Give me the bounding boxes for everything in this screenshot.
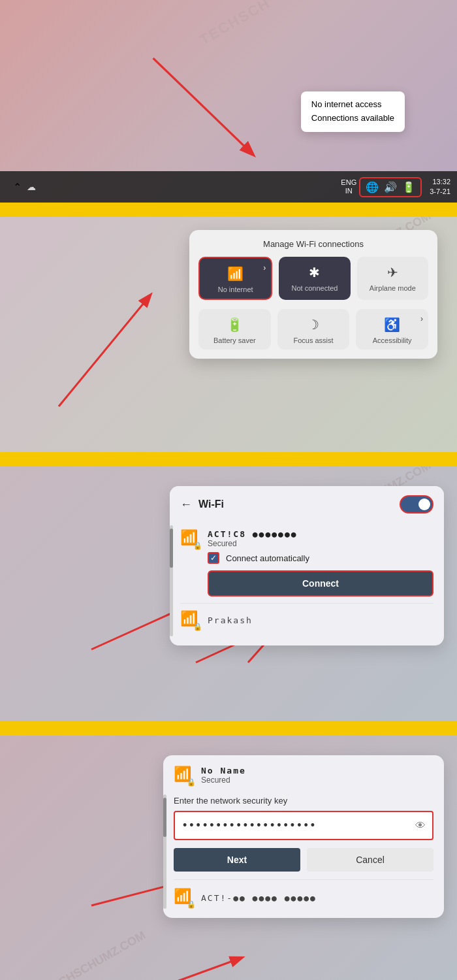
- wifi-back-button[interactable]: ←: [180, 498, 192, 512]
- pwd-wifi2-lock-icon: 🔒: [187, 900, 196, 909]
- bluetooth-btn-label: Not connected: [292, 284, 338, 292]
- section2-quick-settings: TECHSCHUMZ.COM Manage Wi-Fi connections …: [0, 217, 457, 452]
- no-internet-tooltip: No internet access Connections available: [301, 91, 405, 132]
- focus-assist-btn[interactable]: ☽ Focus assist: [277, 309, 350, 350]
- quick-buttons-row2: 🔋 Battery saver ☽ Focus assist ♿ › Acces…: [198, 309, 428, 350]
- pwd-wifi2-icon-wrap: 📶 🔒: [174, 888, 193, 907]
- chevron-right-icon: ›: [263, 263, 266, 272]
- password-panel: 📶 🔒 No Name Secured Enter the network se…: [163, 755, 444, 918]
- pwd-scrollbar[interactable]: [163, 794, 166, 909]
- pwd-buttons: Next Cancel: [174, 848, 433, 872]
- pwd-wifi-item2: 📶 🔒 ACT!-●● ●●●● ●●●●●: [174, 879, 433, 907]
- tooltip-line1: No internet access: [311, 98, 394, 112]
- wifi-network-info-1: ACT!C8 ●●●●●●● Secured ✓ Connect automat…: [208, 529, 433, 596]
- taskbar-time-value: 13:32: [430, 177, 450, 187]
- bluetooth-quick-btn[interactable]: ✱ Not connected: [279, 257, 350, 300]
- accessibility-icon: ♿: [384, 317, 400, 333]
- pwd-wifi-icon-wrap: 📶 🔒: [174, 766, 193, 785]
- yellow-divider-1: [0, 203, 457, 217]
- tooltip-line2: Connections available: [311, 112, 394, 125]
- wifi-network-icon-wrap-2: 📶 🔒: [180, 610, 200, 630]
- pwd-secured-label: Secured: [201, 776, 433, 785]
- taskbar: ⌃ ☁ ENGIN 🌐 🔊 🔋 13:32 3-7-21: [0, 171, 457, 203]
- section3-wifi-panel: TECHSCHUMZ.COM ← Wi-Fi: [0, 466, 457, 721]
- pwd-network-name: No Name: [201, 766, 433, 776]
- wifi-settings-panel: ← Wi-Fi 📶 🔒 ACT!C8 ●●●●●●● Secured ✓: [170, 486, 444, 645]
- wifi-header-left: ← Wi-Fi: [180, 498, 224, 512]
- wifi-network-list: 📶 🔒 ACT!C8 ●●●●●●● Secured ✓ Connect aut…: [170, 523, 444, 645]
- svg-line-6: [170, 958, 242, 980]
- watermark-1: TECHSCH: [197, 0, 274, 48]
- wifi-lock-icon-2: 🔒: [193, 623, 202, 631]
- auto-connect-checkbox[interactable]: ✓: [208, 552, 219, 564]
- wifi-scrollbar-thumb[interactable]: [170, 529, 173, 568]
- battery-saver-btn[interactable]: 🔋 Battery saver: [198, 309, 271, 350]
- wifi-icon: 📶: [227, 266, 244, 282]
- taskbar-left: ⌃ ☁: [13, 181, 36, 193]
- airplane-quick-btn[interactable]: ✈ Airplane mode: [357, 257, 428, 300]
- pwd-wifi2-name: ACT!-●● ●●●● ●●●●●: [201, 893, 317, 903]
- red-arrow-section2: [7, 237, 176, 419]
- network-tray-icon[interactable]: 🌐: [364, 180, 380, 195]
- section4-password-entry: TECHSCHUMZ.COM 📶 🔒 No Name Secur: [0, 736, 457, 980]
- wifi-scrollbar[interactable]: [170, 525, 173, 636]
- volume-tray-icon[interactable]: 🔊: [383, 180, 398, 195]
- wifi-network-item-1: 📶 🔒 ACT!C8 ●●●●●●● Secured ✓ Connect aut…: [180, 523, 433, 604]
- red-arrow-section1: [118, 39, 274, 170]
- svg-line-1: [59, 295, 150, 406]
- bluetooth-icon: ✱: [309, 265, 320, 280]
- wifi-connect-row: ✓ Connect automatically: [208, 552, 433, 564]
- system-tray: 🌐 🔊 🔋: [359, 177, 422, 197]
- wifi-toggle-knob: [418, 498, 430, 510]
- wifi-network-name-1: ACT!C8 ●●●●●●●: [208, 529, 433, 539]
- airplane-btn-label: Airplane mode: [370, 284, 416, 292]
- yellow-divider-3: [0, 721, 457, 736]
- battery-saver-label: Battery saver: [213, 336, 256, 344]
- wifi-panel-header: ← Wi-Fi: [170, 486, 444, 523]
- connect-button[interactable]: Connect: [208, 570, 433, 596]
- wifi-quick-btn[interactable]: 📶 › No internet: [198, 257, 272, 300]
- wifi-panel-title: Wi-Fi: [198, 498, 224, 510]
- auto-connect-label: Connect automatically: [226, 553, 309, 563]
- tray-icons-highlighted[interactable]: 🌐 🔊 🔋: [359, 177, 422, 197]
- accessibility-btn[interactable]: ♿ › Accessibility: [356, 309, 428, 350]
- pwd-network-info: No Name Secured: [201, 766, 433, 785]
- cancel-button[interactable]: Cancel: [307, 848, 433, 872]
- svg-line-0: [153, 58, 253, 154]
- wifi-network-name-2: Prakash: [208, 615, 253, 625]
- pwd-input-wrap: 👁: [174, 811, 433, 840]
- yellow-divider-2: [0, 452, 457, 466]
- wifi-lock-icon-1: 🔒: [193, 542, 202, 550]
- wifi-network-item-2: 📶 🔒 Prakash: [180, 604, 433, 636]
- eye-icon[interactable]: 👁: [415, 820, 426, 832]
- section1-taskbar-area: TECHSCH No internet access Connections a…: [0, 0, 457, 203]
- quick-settings-panel: Manage Wi-Fi connections 📶 › No internet…: [189, 230, 437, 359]
- taskbar-datetime: 13:32 3-7-21: [430, 177, 450, 197]
- accessibility-label: Accessibility: [373, 336, 412, 344]
- wifi-network-status-1: Secured: [208, 539, 433, 548]
- wifi-btn-label: No internet: [218, 286, 253, 293]
- quick-buttons-row1: 📶 › No internet ✱ Not connected ✈ Airpla…: [198, 257, 428, 300]
- battery-saver-icon: 🔋: [227, 317, 243, 333]
- pwd-network-row: 📶 🔒 No Name Secured: [174, 766, 433, 785]
- wifi-network-icon-wrap-1: 📶 🔒: [180, 529, 200, 549]
- pwd-scrollbar-thumb[interactable]: [163, 798, 166, 837]
- quick-panel-title: Manage Wi-Fi connections: [198, 239, 428, 249]
- battery-tray-icon[interactable]: 🔋: [401, 180, 417, 195]
- airplane-icon: ✈: [387, 265, 398, 280]
- wifi-toggle-switch[interactable]: [400, 495, 433, 514]
- taskbar-date-value: 3-7-21: [430, 187, 450, 197]
- cloud-icon: ☁: [27, 182, 36, 192]
- moon-icon: ☽: [307, 317, 319, 333]
- chevron-right-icon-2: ›: [420, 314, 423, 323]
- pwd-input-field[interactable]: [175, 812, 432, 839]
- next-button[interactable]: Next: [174, 848, 300, 872]
- taskbar-language: ENGIN: [341, 178, 356, 195]
- pwd-label: Enter the network security key: [174, 796, 433, 806]
- focus-assist-label: Focus assist: [293, 336, 333, 344]
- watermark-4: TECHSCHUMZ.COM: [43, 928, 148, 980]
- chevron-up-icon[interactable]: ⌃: [13, 181, 22, 193]
- pwd-wifi-lock-icon: 🔒: [187, 778, 196, 787]
